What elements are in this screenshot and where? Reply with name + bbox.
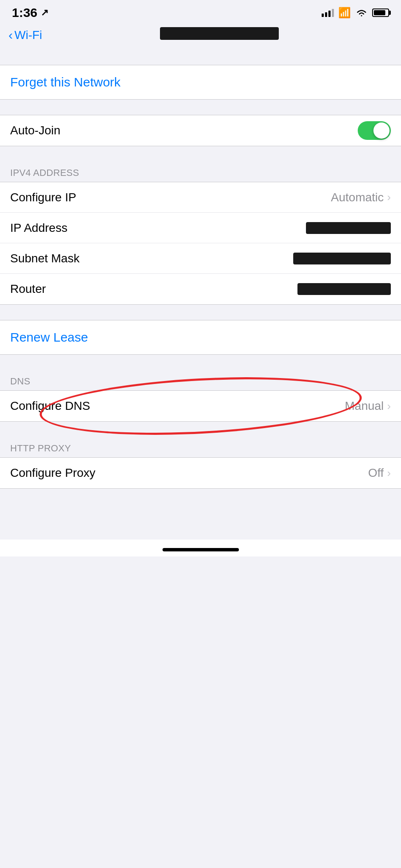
renew-lease-button[interactable]: Renew Lease xyxy=(0,320,401,354)
dns-section-header: DNS xyxy=(0,370,401,390)
auto-join-toggle[interactable] xyxy=(358,121,391,140)
configure-ip-chevron-icon: › xyxy=(387,191,391,204)
time-display: 1:36 xyxy=(12,6,37,20)
status-bar: 1:36 ↗ 📶 xyxy=(0,0,401,23)
bottom-gap xyxy=(0,489,401,540)
ip-address-value xyxy=(306,222,391,234)
router-label: Router xyxy=(10,282,297,296)
section-gap-2 xyxy=(0,100,401,115)
configure-ip-row[interactable]: Configure IP Automatic › xyxy=(0,182,401,213)
wifi-signal-icon xyxy=(355,8,368,17)
nav-bar: ‹ Wi-Fi xyxy=(0,23,401,50)
auto-join-section: Auto-Join xyxy=(0,115,401,146)
router-row: Router xyxy=(0,274,401,304)
wifi-icon: 📶 xyxy=(338,7,351,19)
battery-icon xyxy=(372,8,389,17)
ip-address-row: IP Address xyxy=(0,213,401,243)
toggle-thumb xyxy=(373,122,390,139)
http-proxy-section: Configure Proxy Off › xyxy=(0,457,401,489)
home-indicator xyxy=(0,540,401,556)
signal-strength-icon xyxy=(322,8,334,17)
configure-dns-value: Manual › xyxy=(345,399,391,413)
dns-section-wrapper: Configure DNS Manual › xyxy=(0,390,401,422)
ipv4-section-header: IPV4 ADDRESS xyxy=(0,161,401,182)
configure-proxy-label: Configure Proxy xyxy=(10,466,368,480)
forget-network-section: Forget this Network xyxy=(0,65,401,100)
section-gap-4 xyxy=(0,305,401,320)
configure-dns-chevron-icon: › xyxy=(387,400,391,413)
subnet-mask-redacted xyxy=(293,253,391,264)
network-name-redacted xyxy=(160,27,279,40)
ip-address-label: IP Address xyxy=(10,221,306,235)
status-time: 1:36 ↗ xyxy=(12,6,48,20)
auto-join-label: Auto-Join xyxy=(10,124,358,137)
subnet-mask-row: Subnet Mask xyxy=(0,243,401,274)
configure-proxy-value: Off › xyxy=(368,466,391,480)
home-bar xyxy=(163,548,239,551)
section-gap-6 xyxy=(0,422,401,437)
ipv4-section: Configure IP Automatic › IP Address Subn… xyxy=(0,182,401,305)
section-gap-3 xyxy=(0,146,401,161)
dns-header-label: DNS xyxy=(10,376,30,387)
configure-ip-value-text: Automatic xyxy=(331,191,384,204)
subnet-mask-label: Subnet Mask xyxy=(10,252,293,265)
router-value xyxy=(297,283,391,295)
back-label: Wi-Fi xyxy=(14,28,42,42)
forget-network-label: Forget this Network xyxy=(10,75,121,89)
renew-lease-section: Renew Lease xyxy=(0,320,401,355)
auto-join-row: Auto-Join xyxy=(0,115,401,146)
http-proxy-section-header: HTTP PROXY xyxy=(0,437,401,457)
status-icons: 📶 xyxy=(322,7,389,19)
ip-address-redacted xyxy=(306,222,391,234)
configure-proxy-row[interactable]: Configure Proxy Off › xyxy=(0,458,401,488)
configure-proxy-value-text: Off xyxy=(368,466,384,480)
configure-ip-label: Configure IP xyxy=(10,191,331,204)
dns-section: Configure DNS Manual › xyxy=(0,390,401,422)
subnet-mask-value xyxy=(293,253,391,264)
back-button[interactable]: ‹ Wi-Fi xyxy=(8,28,42,42)
page-title xyxy=(46,27,393,43)
renew-lease-label: Renew Lease xyxy=(10,330,88,345)
configure-dns-label: Configure DNS xyxy=(10,399,345,413)
configure-ip-value: Automatic › xyxy=(331,191,391,204)
section-gap-1 xyxy=(0,50,401,65)
router-redacted xyxy=(297,283,391,295)
back-chevron-icon: ‹ xyxy=(8,29,13,42)
configure-dns-value-text: Manual xyxy=(345,399,384,413)
configure-dns-row[interactable]: Configure DNS Manual › xyxy=(0,391,401,421)
location-icon: ↗ xyxy=(41,7,48,18)
forget-network-button[interactable]: Forget this Network xyxy=(0,65,401,99)
section-gap-5 xyxy=(0,355,401,370)
ipv4-header-label: IPV4 ADDRESS xyxy=(10,167,79,178)
configure-proxy-chevron-icon: › xyxy=(387,467,391,480)
http-proxy-header-label: HTTP PROXY xyxy=(10,443,71,453)
